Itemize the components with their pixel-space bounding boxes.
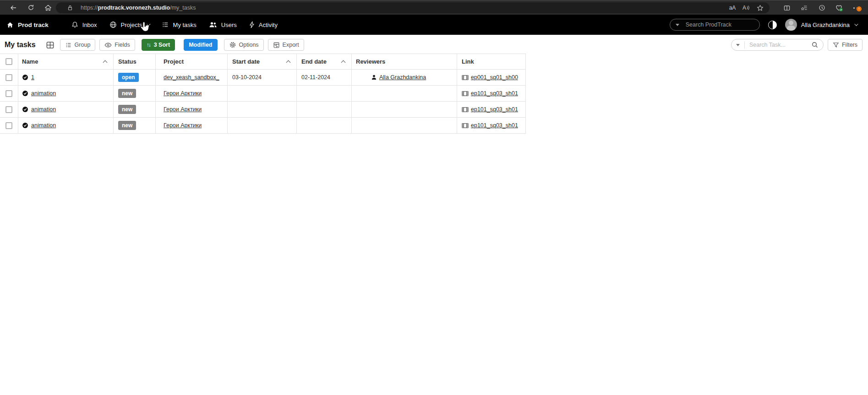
film-icon xyxy=(462,91,469,97)
sort-button[interactable]: ↑↓ 3 Sort xyxy=(142,39,175,51)
project-link[interactable]: dev_xeash_sandbox_ xyxy=(164,74,219,81)
sort-asc-icon xyxy=(341,60,346,65)
film-icon xyxy=(462,123,469,129)
shot-link[interactable]: ep101_sq03_sh01 xyxy=(471,106,518,113)
end-date: 02-11-2024 xyxy=(301,74,330,81)
status-badge: new xyxy=(118,105,136,114)
film-icon xyxy=(462,107,469,113)
shot-link[interactable]: ep101_sq03_sh01 xyxy=(471,90,518,97)
search-scope-caret-icon[interactable] xyxy=(676,24,679,26)
global-search-input[interactable] xyxy=(686,22,759,28)
sort-asc-icon xyxy=(103,60,108,65)
options-button[interactable]: Options xyxy=(224,39,264,51)
nav-item-activity[interactable]: Activity xyxy=(249,21,278,28)
nav-brand-prod-track[interactable]: Prod track xyxy=(6,22,49,28)
avatar[interactable] xyxy=(785,19,797,31)
theme-toggle-icon[interactable] xyxy=(768,21,777,29)
browser-home-button[interactable] xyxy=(41,2,55,14)
user-name[interactable]: Alla Grazhdankina xyxy=(801,22,850,28)
list-icon xyxy=(162,22,169,28)
page-title: My tasks xyxy=(5,41,36,49)
app-navbar: Prod track Inbox Projects My tasks Users… xyxy=(0,15,868,35)
task-name-link[interactable]: 1 xyxy=(31,74,34,81)
browser-menu-icon[interactable]: ↑ xyxy=(850,2,863,14)
chevron-down-icon xyxy=(147,22,150,26)
translate-icon[interactable]: aA xyxy=(726,2,739,14)
nav-item-my-tasks[interactable]: My tasks xyxy=(162,22,197,28)
person-icon xyxy=(371,74,377,81)
table-row: 1 open dev_xeash_sandbox_ 03-10-2024 02-… xyxy=(0,70,526,86)
user-menu-chevron-icon[interactable] xyxy=(854,22,858,26)
global-search[interactable] xyxy=(670,19,760,31)
column-header-start-date[interactable]: Start date xyxy=(228,54,297,69)
divider xyxy=(744,41,745,49)
task-name-link[interactable]: animation xyxy=(31,122,56,129)
shot-link[interactable]: ep001_sq01_sh00 xyxy=(471,74,518,81)
nav-item-projects[interactable]: Projects xyxy=(109,21,149,28)
task-search-scope-caret-icon[interactable] xyxy=(736,44,740,46)
task-name-link[interactable]: animation xyxy=(31,90,56,97)
task-name-link[interactable]: animation xyxy=(31,106,56,113)
column-header-project[interactable]: Project xyxy=(156,54,228,69)
lightning-icon xyxy=(249,21,255,28)
collections-icon[interactable] xyxy=(797,2,811,14)
project-link[interactable]: Герои Арктики xyxy=(164,122,202,129)
shot-link[interactable]: ep101_sq03_sh01 xyxy=(471,122,518,129)
read-aloud-icon[interactable]: A xyxy=(739,2,753,14)
fields-button[interactable]: Fields xyxy=(99,39,135,51)
nav-item-inbox[interactable]: Inbox xyxy=(71,21,97,28)
filters-button[interactable]: Filters xyxy=(828,39,863,51)
task-search-input[interactable] xyxy=(749,42,811,48)
browser-essentials-icon[interactable] xyxy=(832,2,846,14)
bell-icon xyxy=(71,21,78,28)
globe-icon xyxy=(109,21,117,28)
project-link[interactable]: Герои Арктики xyxy=(164,106,202,113)
history-icon[interactable] xyxy=(815,2,829,14)
favorite-star-icon[interactable] xyxy=(753,2,767,14)
reviewer-link[interactable]: Alla Grazhdankina xyxy=(379,74,426,81)
task-check-circle-icon xyxy=(22,74,28,81)
task-search-icon[interactable] xyxy=(811,41,819,49)
status-badge: new xyxy=(118,121,136,130)
filter-funnel-icon xyxy=(833,42,839,48)
row-checkbox[interactable] xyxy=(5,122,12,129)
group-button[interactable]: Group xyxy=(60,39,96,51)
row-checkbox[interactable] xyxy=(5,106,12,113)
column-header-end-date[interactable]: End date xyxy=(297,54,352,69)
home-icon xyxy=(6,22,14,28)
project-link[interactable]: Герои Арктики xyxy=(164,90,202,97)
modified-button[interactable]: Modified xyxy=(184,39,217,51)
task-search[interactable] xyxy=(731,39,824,51)
table-row: animation new Герои Арктики ep101_sq03_s… xyxy=(0,118,526,134)
select-all-cell xyxy=(0,54,18,69)
export-button[interactable]: Export xyxy=(268,39,304,51)
group-list-icon xyxy=(65,42,72,48)
browser-refresh-button[interactable] xyxy=(24,2,38,14)
status-badge: open xyxy=(118,73,139,82)
browser-back-button[interactable] xyxy=(6,2,20,14)
column-header-link[interactable]: Link xyxy=(457,54,526,69)
view-mode-grid-icon[interactable] xyxy=(46,41,55,49)
users-icon xyxy=(209,22,217,28)
task-check-circle-icon xyxy=(22,122,28,129)
table-row: animation new Герои Арктики ep101_sq03_s… xyxy=(0,102,526,118)
split-screen-icon[interactable] xyxy=(780,2,794,14)
row-checkbox[interactable] xyxy=(5,90,12,97)
row-checkbox[interactable] xyxy=(5,74,12,81)
select-all-checkbox[interactable] xyxy=(5,58,12,65)
nav-item-users[interactable]: Users xyxy=(209,22,237,28)
export-icon xyxy=(273,42,280,49)
url-text: https://prodtrack.voronezh.studio/my_tas… xyxy=(81,5,196,11)
task-check-circle-icon xyxy=(22,106,28,113)
task-check-circle-icon xyxy=(22,90,28,97)
lock-icon[interactable] xyxy=(63,2,77,14)
browser-toolbar: https://prodtrack.voronezh.studio/my_tas… xyxy=(0,0,868,15)
column-header-status[interactable]: Status xyxy=(114,54,156,69)
column-header-name[interactable]: Name xyxy=(18,54,114,69)
update-notification-badge: ↑ xyxy=(856,6,862,12)
column-header-reviewers[interactable]: Reviewers xyxy=(352,54,457,69)
eye-icon xyxy=(104,42,112,48)
table-header-row: Name Status Project Start date End date … xyxy=(0,54,526,70)
tasks-table: Name Status Project Start date End date … xyxy=(0,54,526,134)
address-bar[interactable]: https://prodtrack.voronezh.studio/my_tas… xyxy=(56,2,770,13)
